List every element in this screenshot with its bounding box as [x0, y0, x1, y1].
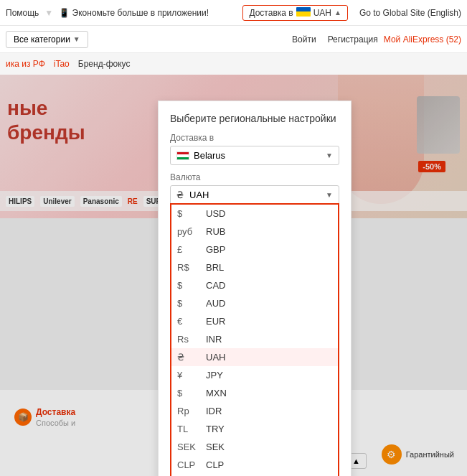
currency-symbol-sek: SEK — [177, 442, 206, 452]
third-nav: ика из РФ iTao Бренд-фокус — [0, 53, 467, 75]
currency-code-sek: SEK — [206, 442, 225, 452]
currency-item-idr[interactable]: RpIDR — [171, 402, 338, 420]
currency-item-cad[interactable]: $CAD — [171, 276, 338, 294]
currency-item-mxn[interactable]: $MXN — [171, 384, 338, 402]
categories-button[interactable]: Все категории ▼ — [6, 31, 88, 48]
selected-currency-label: UAH — [189, 190, 209, 200]
delivery-button[interactable]: Доставка в UAH ▲ — [242, 5, 348, 21]
delivery-in-label: Доставка в — [170, 133, 339, 143]
my-aliexpress-link[interactable]: Мой AliExpress (52) — [384, 34, 461, 45]
nav-link-rf[interactable]: ика из РФ — [6, 59, 45, 69]
currency-item-eur[interactable]: €EUR — [171, 312, 338, 330]
currency-item-inr[interactable]: RsINR — [171, 330, 338, 348]
categories-label: Все категории — [14, 34, 70, 45]
country-select[interactable]: Belarus ▼ — [170, 146, 339, 165]
currency-symbol-uah: ₴ — [177, 352, 206, 363]
currency-code-jpy: JPY — [206, 370, 223, 381]
flag-ukraine — [296, 7, 311, 19]
currency-code-mxn: MXN — [206, 388, 227, 398]
currency-item-brl[interactable]: R$BRL — [171, 258, 338, 276]
currency-item-usd[interactable]: $USD — [171, 205, 338, 223]
uah-symbol: ₴ — [176, 190, 184, 200]
currency-code-idr: IDR — [206, 406, 222, 416]
flag-belarus — [176, 151, 189, 160]
login-link[interactable]: Войти — [292, 34, 316, 45]
currency-item-try[interactable]: TLTRY — [171, 420, 338, 438]
currency-code-rub: RUB — [206, 226, 225, 237]
currency-item-clp[interactable]: CLPCLP — [171, 456, 338, 474]
currency-symbol-clp: CLP — [177, 459, 206, 470]
nav-link-brand[interactable]: Бренд-фокус — [78, 59, 131, 69]
currency-code-eur: EUR — [206, 316, 225, 327]
currency-list: $USDрубRUB£GBPR$BRL$CAD$AUD€EURRsINR₴UAH… — [170, 203, 339, 476]
currency-code-uah: UAH — [206, 352, 225, 363]
nav-app-banner: 📱 Экономьте больше в приложении! — [59, 8, 209, 18]
currency-symbol-inr: Rs — [177, 334, 206, 345]
currency-symbol-jpy: ¥ — [177, 370, 206, 381]
currency-code-clp: CLP — [206, 459, 224, 470]
currency-symbol-idr: Rp — [177, 406, 206, 416]
regional-panel-title: Выберите региональные настройки — [170, 113, 339, 124]
currency-item-sek[interactable]: SEKSEK — [171, 438, 338, 456]
categories-chevron-icon: ▼ — [73, 35, 80, 43]
nav-link-itao[interactable]: iTao — [54, 59, 70, 69]
currency-symbol-brl: R$ — [177, 262, 206, 273]
global-site-link[interactable]: Go to Global Site (English) — [359, 8, 461, 18]
currency-item-gbp[interactable]: £GBP — [171, 241, 338, 258]
selected-country: Belarus — [194, 150, 225, 161]
register-link[interactable]: Регистрация — [328, 34, 378, 45]
currency-select-box[interactable]: ₴ UAH ▼ — [170, 185, 339, 205]
currency-code-gbp: GBP — [206, 244, 225, 255]
currency-symbol-rub: руб — [177, 226, 206, 237]
currency-code-cad: CAD — [206, 280, 225, 291]
currency-item-jpy[interactable]: ¥JPY — [171, 366, 338, 384]
regional-panel: Выберите региональные настройки Доставка… — [158, 101, 352, 476]
delivery-currency: UAH — [313, 8, 331, 18]
currency-symbol-aud: $ — [177, 298, 206, 309]
currency-code-try: TRY — [206, 424, 225, 434]
nav-help[interactable]: Помощь — [6, 8, 39, 18]
currency-symbol-try: TL — [177, 424, 206, 434]
currency-symbol-cad: $ — [177, 280, 206, 291]
top-nav: Помощь ▼ 📱 Экономьте больше в приложении… — [0, 0, 467, 26]
nav-divider-1: ▼ — [44, 8, 53, 18]
currency-chevron-icon: ▼ — [326, 191, 333, 199]
delivery-label: Доставка в — [249, 8, 293, 18]
currency-item-aud[interactable]: $AUD — [171, 294, 338, 312]
currency-item-uah[interactable]: ₴UAH — [171, 348, 338, 366]
currency-symbol-gbp: £ — [177, 244, 206, 255]
currency-symbol-eur: € — [177, 316, 206, 327]
delivery-chevron-icon: ▲ — [334, 9, 341, 17]
auth-links: Войти Регистрация Мой AliExpress (52) — [292, 34, 461, 45]
currency-symbol-usd: $ — [177, 208, 206, 219]
currency-code-brl: BRL — [206, 262, 224, 273]
currency-label: Валюта — [170, 172, 339, 182]
country-chevron-icon: ▼ — [326, 151, 333, 159]
currency-code-aud: AUD — [206, 298, 225, 309]
currency-symbol-mxn: $ — [177, 388, 206, 398]
currency-code-inr: INR — [206, 334, 222, 345]
currency-code-usd: USD — [206, 208, 225, 219]
main-content: ные бренды -50% HILIPS Unilever Panasoni… — [0, 75, 467, 476]
second-nav: Все категории ▼ Войти Регистрация Мой Al… — [0, 26, 467, 53]
currency-item-rub[interactable]: рубRUB — [171, 223, 338, 241]
